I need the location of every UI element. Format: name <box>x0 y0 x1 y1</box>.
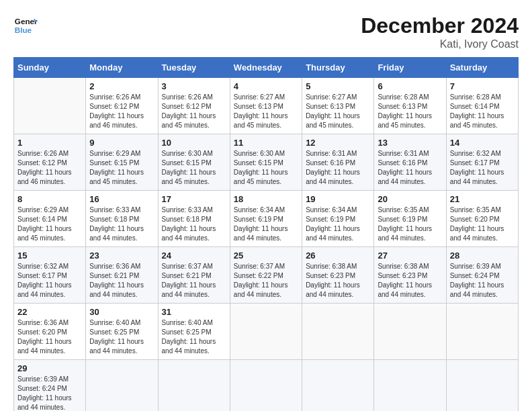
calendar-week-row: 8 Sunrise: 6:29 AMSunset: 6:14 PMDayligh… <box>14 191 519 247</box>
day-number: 19 <box>306 194 370 204</box>
day-info: Sunrise: 6:35 AMSunset: 6:20 PMDaylight:… <box>450 206 504 242</box>
day-info: Sunrise: 6:33 AMSunset: 6:18 PMDaylight:… <box>89 206 144 242</box>
calendar-day-cell: 18 Sunrise: 6:34 AMSunset: 6:19 PMDaylig… <box>230 191 302 247</box>
day-info: Sunrise: 6:40 AMSunset: 6:25 PMDaylight:… <box>89 319 144 355</box>
day-info: Sunrise: 6:30 AMSunset: 6:15 PMDaylight:… <box>234 150 288 185</box>
day-number: 18 <box>234 194 298 204</box>
month-title: December 2024 <box>361 13 519 38</box>
day-number: 13 <box>378 138 442 148</box>
calendar-day-cell: 29 Sunrise: 6:39 AMSunset: 6:24 PMDaylig… <box>14 360 86 412</box>
day-info: Sunrise: 6:36 AMSunset: 6:20 PMDaylight:… <box>17 319 72 355</box>
calendar-day-cell: 28 Sunrise: 6:39 AMSunset: 6:24 PMDaylig… <box>446 247 518 304</box>
calendar-week-row: 1 Sunrise: 6:26 AMSunset: 6:12 PMDayligh… <box>14 134 519 191</box>
calendar-day-cell <box>302 304 374 360</box>
calendar-day-cell: 30 Sunrise: 6:40 AMSunset: 6:25 PMDaylig… <box>86 304 158 360</box>
calendar-day-cell <box>86 360 158 412</box>
calendar-day-cell: 19 Sunrise: 6:34 AMSunset: 6:19 PMDaylig… <box>302 191 374 247</box>
location: Kati, Ivory Coast <box>361 38 519 50</box>
day-number: 6 <box>378 81 442 91</box>
calendar-day-cell: 4 Sunrise: 6:27 AMSunset: 6:13 PMDayligh… <box>230 78 302 134</box>
weekday-header: Monday <box>86 58 158 78</box>
day-number: 11 <box>234 138 298 148</box>
day-info: Sunrise: 6:39 AMSunset: 6:24 PMDaylight:… <box>17 375 72 411</box>
calendar-day-cell: 9 Sunrise: 6:29 AMSunset: 6:15 PMDayligh… <box>86 134 158 191</box>
day-number: 23 <box>89 250 154 261</box>
day-info: Sunrise: 6:32 AMSunset: 6:17 PMDaylight:… <box>450 150 504 185</box>
day-info: Sunrise: 6:40 AMSunset: 6:25 PMDaylight:… <box>162 319 216 355</box>
day-info: Sunrise: 6:26 AMSunset: 6:12 PMDaylight:… <box>162 93 216 129</box>
weekday-header: Saturday <box>446 58 518 78</box>
day-number: 20 <box>378 194 442 204</box>
calendar-day-cell: 14 Sunrise: 6:32 AMSunset: 6:17 PMDaylig… <box>446 134 518 191</box>
day-info: Sunrise: 6:26 AMSunset: 6:12 PMDaylight:… <box>17 150 72 185</box>
calendar-week-row: 29 Sunrise: 6:39 AMSunset: 6:24 PMDaylig… <box>14 360 519 412</box>
day-number: 31 <box>162 307 226 317</box>
calendar-day-cell: 31 Sunrise: 6:40 AMSunset: 6:25 PMDaylig… <box>158 304 230 360</box>
day-number: 25 <box>234 250 298 261</box>
day-number: 5 <box>306 81 370 91</box>
calendar-day-cell: 13 Sunrise: 6:31 AMSunset: 6:16 PMDaylig… <box>374 134 446 191</box>
calendar-day-cell: 10 Sunrise: 6:30 AMSunset: 6:15 PMDaylig… <box>158 134 230 191</box>
calendar-week-row: 22 Sunrise: 6:36 AMSunset: 6:20 PMDaylig… <box>14 304 519 360</box>
calendar-day-cell: 6 Sunrise: 6:28 AMSunset: 6:13 PMDayligh… <box>374 78 446 134</box>
header-row: SundayMondayTuesdayWednesdayThursdayFrid… <box>14 58 519 78</box>
page-header: General Blue December 2024 Kati, Ivory C… <box>13 13 519 50</box>
calendar-week-row: 15 Sunrise: 6:32 AMSunset: 6:17 PMDaylig… <box>14 247 519 304</box>
day-number: 27 <box>378 250 442 261</box>
calendar-day-cell: 3 Sunrise: 6:26 AMSunset: 6:12 PMDayligh… <box>158 78 230 134</box>
day-number: 17 <box>162 194 226 204</box>
day-number: 15 <box>17 250 82 261</box>
day-info: Sunrise: 6:30 AMSunset: 6:15 PMDaylight:… <box>162 150 216 185</box>
day-info: Sunrise: 6:31 AMSunset: 6:16 PMDaylight:… <box>306 150 360 185</box>
calendar-day-cell: 22 Sunrise: 6:36 AMSunset: 6:20 PMDaylig… <box>14 304 86 360</box>
day-info: Sunrise: 6:32 AMSunset: 6:17 PMDaylight:… <box>17 263 72 298</box>
calendar-day-cell <box>230 304 302 360</box>
day-number: 24 <box>162 250 226 261</box>
day-info: Sunrise: 6:38 AMSunset: 6:23 PMDaylight:… <box>306 263 360 298</box>
day-info: Sunrise: 6:29 AMSunset: 6:15 PMDaylight:… <box>89 150 144 185</box>
calendar-day-cell <box>14 78 86 134</box>
day-info: Sunrise: 6:37 AMSunset: 6:21 PMDaylight:… <box>162 263 216 298</box>
day-info: Sunrise: 6:35 AMSunset: 6:19 PMDaylight:… <box>378 206 432 242</box>
day-number: 29 <box>17 363 82 373</box>
day-info: Sunrise: 6:37 AMSunset: 6:22 PMDaylight:… <box>234 263 288 298</box>
calendar-day-cell: 5 Sunrise: 6:27 AMSunset: 6:13 PMDayligh… <box>302 78 374 134</box>
calendar-day-cell: 24 Sunrise: 6:37 AMSunset: 6:21 PMDaylig… <box>158 247 230 304</box>
day-number: 9 <box>89 138 154 148</box>
day-info: Sunrise: 6:34 AMSunset: 6:19 PMDaylight:… <box>234 206 288 242</box>
calendar-day-cell: 2 Sunrise: 6:26 AMSunset: 6:12 PMDayligh… <box>86 78 158 134</box>
day-number: 12 <box>306 138 370 148</box>
svg-text:Blue: Blue <box>15 26 32 34</box>
day-number: 22 <box>17 307 82 317</box>
calendar-day-cell <box>446 304 518 360</box>
calendar-day-cell: 11 Sunrise: 6:30 AMSunset: 6:15 PMDaylig… <box>230 134 302 191</box>
calendar-day-cell <box>302 360 374 412</box>
day-info: Sunrise: 6:33 AMSunset: 6:18 PMDaylight:… <box>162 206 216 242</box>
title-block: December 2024 Kati, Ivory Coast <box>361 13 519 50</box>
day-info: Sunrise: 6:28 AMSunset: 6:14 PMDaylight:… <box>450 93 504 129</box>
calendar-day-cell: 8 Sunrise: 6:29 AMSunset: 6:14 PMDayligh… <box>14 191 86 247</box>
day-number: 10 <box>162 138 226 148</box>
calendar-day-cell <box>446 360 518 412</box>
calendar-day-cell: 7 Sunrise: 6:28 AMSunset: 6:14 PMDayligh… <box>446 78 518 134</box>
calendar-day-cell <box>230 360 302 412</box>
day-number: 3 <box>162 81 226 91</box>
day-info: Sunrise: 6:38 AMSunset: 6:23 PMDaylight:… <box>378 263 432 298</box>
day-info: Sunrise: 6:29 AMSunset: 6:14 PMDaylight:… <box>17 206 72 242</box>
calendar-day-cell: 21 Sunrise: 6:35 AMSunset: 6:20 PMDaylig… <box>446 191 518 247</box>
day-info: Sunrise: 6:27 AMSunset: 6:13 PMDaylight:… <box>306 93 360 129</box>
calendar-table: SundayMondayTuesdayWednesdayThursdayFrid… <box>13 57 519 411</box>
day-info: Sunrise: 6:28 AMSunset: 6:13 PMDaylight:… <box>378 93 432 129</box>
logo-icon: General Blue <box>13 13 38 38</box>
calendar-day-cell: 20 Sunrise: 6:35 AMSunset: 6:19 PMDaylig… <box>374 191 446 247</box>
day-info: Sunrise: 6:34 AMSunset: 6:19 PMDaylight:… <box>306 206 360 242</box>
day-number: 4 <box>234 81 298 91</box>
weekday-header: Tuesday <box>158 58 230 78</box>
calendar-day-cell: 12 Sunrise: 6:31 AMSunset: 6:16 PMDaylig… <box>302 134 374 191</box>
day-info: Sunrise: 6:31 AMSunset: 6:16 PMDaylight:… <box>378 150 432 185</box>
calendar-day-cell: 15 Sunrise: 6:32 AMSunset: 6:17 PMDaylig… <box>14 247 86 304</box>
calendar-day-cell <box>374 304 446 360</box>
weekday-header: Friday <box>374 58 446 78</box>
day-number: 16 <box>89 194 154 204</box>
day-info: Sunrise: 6:39 AMSunset: 6:24 PMDaylight:… <box>450 263 504 298</box>
